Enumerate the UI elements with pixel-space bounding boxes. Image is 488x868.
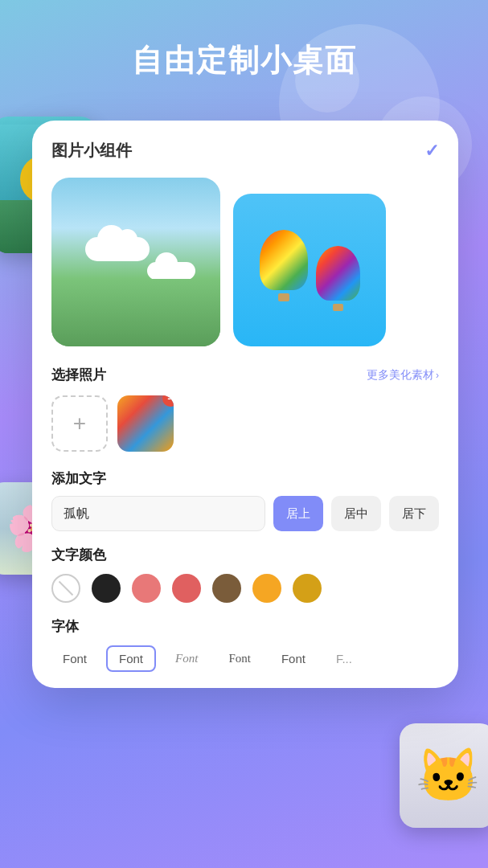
font-item-italic[interactable]: Font: [164, 647, 209, 670]
add-photo-button[interactable]: +: [51, 395, 108, 452]
check-icon: ✓: [424, 141, 439, 162]
text-input[interactable]: [51, 496, 265, 531]
font-item-regular[interactable]: Font: [51, 647, 98, 670]
card-header: 图片小组件 ✓: [51, 140, 439, 162]
floating-cat-image: 🐱: [400, 723, 488, 828]
main-card: 图片小组件 ✓: [32, 121, 458, 688]
add-text-title: 添加文字: [51, 469, 439, 488]
color-orange-button[interactable]: [252, 574, 281, 603]
font-item-light[interactable]: Font: [270, 647, 317, 670]
more-materials-link[interactable]: 更多美化素材 ›: [367, 368, 439, 383]
photo-thumbnail[interactable]: −: [117, 395, 174, 452]
more-materials-text: 更多美化素材: [367, 368, 434, 383]
widget-previews: [51, 178, 439, 346]
plus-icon: +: [73, 411, 86, 436]
widget-preview-sky[interactable]: [51, 178, 220, 346]
color-orange-red-button[interactable]: [172, 574, 201, 603]
select-photos-title: 选择照片: [51, 366, 106, 384]
add-text-row: 居上 居中 居下: [51, 496, 439, 531]
add-text-section: 添加文字 居上 居中 居下: [51, 469, 439, 531]
color-pink-button[interactable]: [132, 574, 161, 603]
position-top-button[interactable]: 居上: [273, 496, 323, 531]
color-black-button[interactable]: [92, 574, 121, 603]
position-bottom-button[interactable]: 居下: [389, 496, 439, 531]
widget-preview-balloons[interactable]: [233, 194, 386, 346]
page-title: 自由定制小桌面: [0, 40, 488, 81]
color-brown-button[interactable]: [212, 574, 241, 603]
chevron-right-icon: ›: [436, 370, 439, 381]
font-item-selected[interactable]: Font: [106, 645, 156, 672]
font-section-title: 字体: [51, 617, 439, 636]
font-color-section: 文字颜色: [51, 546, 439, 603]
position-middle-button[interactable]: 居中: [331, 496, 381, 531]
color-gold-button[interactable]: [293, 574, 322, 603]
color-row: [51, 574, 439, 603]
color-none-button[interactable]: [51, 574, 80, 603]
font-item-serif[interactable]: Font: [217, 647, 262, 670]
font-row: Font Font Font Font Font F...: [51, 645, 439, 672]
font-color-title: 文字颜色: [51, 546, 439, 564]
photo-row: + −: [51, 395, 439, 452]
select-photos-header: 选择照片 更多美化素材 ›: [51, 366, 439, 384]
card-title: 图片小组件: [51, 140, 132, 162]
font-item-partial[interactable]: F...: [325, 647, 363, 670]
font-section: 字体 Font Font Font Font Font F...: [51, 617, 439, 672]
